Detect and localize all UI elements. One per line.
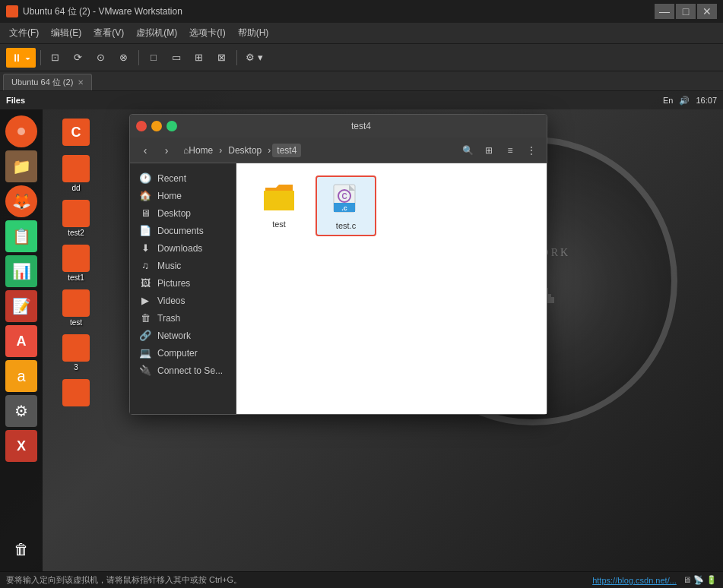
fm-file-test[interactable]: test (249, 175, 309, 236)
connect-icon: 🔌 (139, 365, 151, 376)
svg-point-0 (8, 8, 16, 15)
launcher-firefox[interactable]: 🦊 (5, 185, 37, 217)
launcher-app1[interactable]: 📋 (5, 220, 37, 252)
ubuntu-panel: Files En 🔊 16:07 (0, 91, 723, 109)
maximize-button[interactable]: □ (676, 4, 696, 19)
fm-sidebar: 🕐 Recent 🏠 Home 🖥 Desktop 📄 (130, 163, 236, 414)
panel-sound-icon[interactable]: 🔊 (679, 96, 690, 106)
menu-view[interactable]: 查看(V) (87, 24, 130, 43)
fm-search-button[interactable]: 🔍 (458, 141, 477, 160)
fm-minimize-button[interactable] (151, 121, 162, 131)
view-normal-button[interactable]: □ (144, 48, 163, 68)
fm-sidebar-home[interactable]: 🏠 Home (130, 187, 236, 204)
fm-breadcrumb-home[interactable]: ⌂Home (179, 144, 217, 157)
desktop-icon-test1[interactable]: test1 (53, 245, 99, 282)
trash-icon: 🗑 (139, 312, 151, 324)
fm-sidebar-pictures[interactable]: 🖼 Pictures (130, 274, 236, 292)
window-controls: — □ ✕ (655, 4, 717, 19)
panel-files-label: Files (6, 96, 25, 105)
fm-sidebar-computer-label: Computer (157, 348, 198, 359)
fm-sidebar-downloads-label: Downloads (157, 243, 202, 254)
view-unity-button[interactable]: ⊞ (189, 48, 209, 68)
view-full-button[interactable]: ▭ (166, 48, 186, 68)
desktop-icon-test[interactable]: test (53, 289, 99, 327)
menu-help[interactable]: 帮助(H) (232, 24, 275, 43)
snapshot2-button[interactable]: ⊙ (91, 48, 111, 68)
minimize-button[interactable]: — (655, 4, 674, 19)
menu-tab[interactable]: 选项卡(I) (183, 24, 231, 43)
fm-back-button[interactable]: ‹ (136, 141, 154, 160)
launcher-app2[interactable]: 📊 (5, 255, 37, 287)
documents-icon: 📄 (139, 225, 151, 236)
fm-forward-button[interactable]: › (157, 141, 176, 160)
fm-sidebar-connect[interactable]: 🔌 Connect to Se... (130, 362, 236, 379)
toolbar: ⏸ ▾ ⊡ ⟳ ⊙ ⊗ □ ▭ ⊞ ⊠ ⚙ ▾ (0, 44, 723, 71)
launcher-app6[interactable]: X (5, 430, 37, 462)
home-icon: 🏠 (139, 190, 151, 201)
music-icon: ♫ (139, 260, 151, 271)
fm-sidebar-desktop-label: Desktop (157, 208, 191, 219)
menu-vm[interactable]: 虚拟机(M) (130, 24, 183, 43)
fm-file-test-c[interactable]: .c C test.c (316, 175, 376, 236)
menu-file[interactable]: 文件(F) (3, 24, 45, 43)
c-file-icon: .c C (328, 182, 364, 218)
fm-sidebar-music[interactable]: ♫ Music (130, 257, 236, 274)
status-link[interactable]: https://blog.csdn.net/... (592, 576, 677, 585)
fm-sidebar-videos[interactable]: ▶ Videos (130, 292, 236, 309)
settings-button[interactable]: ⚙ ▾ (242, 48, 267, 68)
launcher-app5[interactable]: a (5, 360, 37, 392)
fm-sidebar-network[interactable]: 🔗 Network (130, 327, 236, 344)
vmware-icon (6, 5, 18, 17)
fm-sidebar-computer[interactable]: 💻 Computer (130, 344, 236, 362)
close-button[interactable]: ✕ (697, 4, 717, 19)
status-message: 要将输入定向到该虚拟机，请将鼠标指针移入其中或按 Ctrl+G。 (6, 574, 592, 586)
fm-sidebar-documents[interactable]: 📄 Documents (130, 222, 236, 239)
panel-input-label[interactable]: En (663, 96, 673, 105)
svg-point-2 (17, 128, 25, 135)
launcher-app3[interactable]: 📝 (5, 290, 37, 322)
launcher-app4[interactable]: A (5, 325, 37, 357)
vm-content[interactable]: NEW YORK 🕰 Files En 🔊 16:07 📁 (0, 91, 723, 571)
tab-close-button[interactable]: ✕ (78, 78, 84, 87)
toolbar-sep-3 (236, 50, 237, 65)
fm-maximize-button[interactable] (166, 121, 177, 131)
desktop-icon-test2[interactable]: test2 (53, 200, 99, 237)
fm-body: 🕐 Recent 🏠 Home 🖥 Desktop 📄 (130, 163, 547, 414)
snapshot-button[interactable]: ⟳ (68, 48, 88, 68)
fm-view-icons-button[interactable]: ⊞ (480, 141, 498, 160)
fm-sidebar-desktop[interactable]: 🖥 Desktop (130, 204, 236, 222)
status-icons: 🖥 📡 🔋 (683, 575, 717, 585)
view-scale-button[interactable]: ⊠ (212, 48, 232, 68)
fm-breadcrumb: ⌂Home › Desktop › test4 (179, 144, 455, 157)
vm-tab[interactable]: Ubuntu 64 位 (2) ✕ (3, 74, 92, 90)
fm-content[interactable]: test .c (236, 163, 547, 414)
desktop-icon-c[interactable]: C (53, 119, 99, 147)
launcher-settings[interactable]: ⚙ (5, 395, 37, 427)
toolbar-sep-1 (40, 50, 41, 65)
tab-label: Ubuntu 64 位 (2) (11, 77, 73, 88)
send-ctrl-alt-del-button[interactable]: ⊡ (46, 48, 65, 68)
launcher-files[interactable]: 📁 (5, 150, 37, 182)
window-title: Ubuntu 64 位 (2) - VMware Workstation (23, 5, 655, 18)
fm-sidebar-connect-label: Connect to Se... (157, 365, 223, 376)
fm-sidebar-videos-label: Videos (157, 296, 185, 306)
fm-sidebar-downloads[interactable]: ⬇ Downloads (130, 239, 236, 257)
launcher-trash[interactable]: 🗑 (5, 533, 37, 565)
fm-view-list-button[interactable]: ≡ (501, 141, 519, 160)
desktop-icon-3[interactable]: 3 (53, 334, 99, 371)
recent-icon: 🕐 (139, 172, 151, 184)
menu-edit[interactable]: 编辑(E) (45, 24, 87, 43)
ubuntu-desktop[interactable]: NEW YORK 🕰 Files En 🔊 16:07 📁 (0, 91, 723, 571)
fm-breadcrumb-desktop[interactable]: Desktop (224, 144, 266, 157)
launcher-ubuntu[interactable] (5, 115, 37, 147)
desktop-icon-misc[interactable] (53, 379, 99, 408)
fm-close-button[interactable] (136, 121, 147, 131)
snapshot3-button[interactable]: ⊗ (114, 48, 134, 68)
computer-icon: 💻 (139, 347, 151, 359)
fm-breadcrumb-test4[interactable]: test4 (272, 144, 301, 157)
fm-sidebar-recent[interactable]: 🕐 Recent (130, 169, 236, 187)
fm-menu-button[interactable]: ⋮ (522, 141, 541, 160)
desktop-icon-dd[interactable]: dd (53, 155, 99, 192)
pause-button[interactable]: ⏸ ▾ (6, 48, 36, 68)
fm-sidebar-trash[interactable]: 🗑 Trash (130, 309, 236, 327)
